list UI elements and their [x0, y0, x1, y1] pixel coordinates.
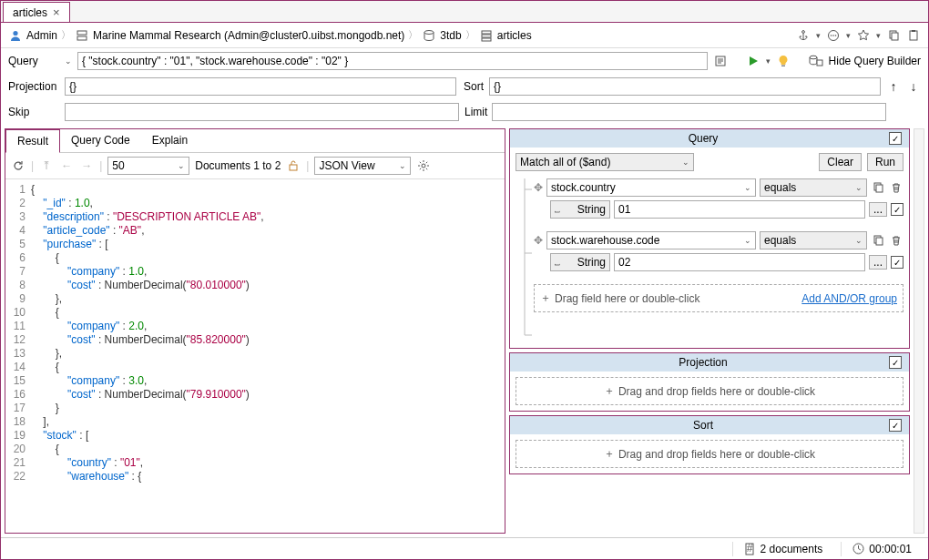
- svg-rect-13: [892, 33, 898, 40]
- skip-limit-row: Skip Limit: [1, 99, 928, 125]
- field-select[interactable]: stock.warehouse.code⌄: [546, 231, 756, 249]
- close-icon[interactable]: ×: [53, 5, 60, 19]
- collection-icon: [479, 28, 494, 43]
- ellipsis-icon[interactable]: [826, 28, 841, 43]
- svg-rect-4: [482, 31, 491, 34]
- hide-builder-button[interactable]: Hide Query Builder: [829, 55, 921, 67]
- run-dropdown-icon[interactable]: ▾: [766, 56, 771, 66]
- tab-query-code[interactable]: Query Code: [60, 129, 141, 152]
- sort-drop-label: Drag and drop fields here or double-clic…: [618, 448, 815, 461]
- value-picker-button[interactable]: ...: [869, 255, 887, 270]
- view-mode-select[interactable]: JSON View ⌄: [314, 157, 411, 175]
- duplicate-icon[interactable]: [871, 180, 885, 195]
- type-select[interactable]: ⎵String: [550, 253, 610, 271]
- page-size-value: 50: [112, 159, 124, 172]
- lock-icon[interactable]: [286, 158, 301, 173]
- field-select[interactable]: stock.country⌄: [546, 178, 756, 197]
- svg-rect-15: [912, 30, 915, 32]
- svg-rect-22: [817, 60, 822, 66]
- builder-query-title: Query: [517, 132, 889, 145]
- run-button[interactable]: Run: [867, 153, 903, 171]
- field-value: stock.country: [551, 181, 616, 194]
- hint-icon[interactable]: [776, 54, 791, 68]
- query-label: Query: [8, 55, 59, 67]
- next-page-icon[interactable]: →: [79, 158, 94, 173]
- builder-projection-title: Projection: [517, 356, 889, 369]
- svg-rect-26: [876, 185, 883, 192]
- copy-icon[interactable]: [886, 28, 901, 43]
- tab-result[interactable]: Result: [5, 129, 60, 153]
- breadcrumb-collection[interactable]: articles: [497, 29, 532, 42]
- first-page-icon[interactable]: ⤒: [39, 158, 54, 173]
- operator-select[interactable]: equals⌄: [760, 178, 867, 197]
- operator-select[interactable]: equals⌄: [760, 231, 867, 249]
- add-group-link[interactable]: Add AND/OR group: [801, 292, 897, 305]
- clock-icon: [851, 542, 865, 556]
- query-options-icon[interactable]: [713, 54, 728, 68]
- drag-field-label: Drag field here or double-click: [555, 292, 699, 305]
- sort-enabled-checkbox[interactable]: ✓: [889, 419, 902, 432]
- paste-icon[interactable]: [906, 28, 921, 43]
- svg-point-3: [424, 30, 434, 34]
- svg-point-11: [835, 35, 837, 36]
- prev-page-icon[interactable]: ←: [59, 158, 74, 173]
- document-tab-label: articles: [13, 6, 47, 19]
- condition-row: ✥ stock.warehouse.code⌄ equals⌄: [534, 231, 903, 249]
- operator-value: equals: [764, 234, 796, 247]
- sort-asc-icon[interactable]: ↑: [886, 79, 901, 94]
- document-tab[interactable]: articles ×: [3, 2, 70, 22]
- drag-field-target[interactable]: ＋ Drag field here or double-click Add AN…: [534, 284, 903, 312]
- builder-icon: [809, 54, 823, 68]
- projection-enabled-checkbox[interactable]: ✓: [889, 356, 902, 369]
- svg-rect-23: [290, 165, 297, 170]
- projection-drop-label: Drag and drop fields here or double-clic…: [618, 385, 815, 398]
- query-enabled-checkbox[interactable]: ✓: [889, 132, 902, 145]
- star-icon[interactable]: [856, 28, 871, 43]
- grip-icon[interactable]: ✥: [534, 181, 543, 194]
- sort-input[interactable]: [489, 77, 881, 96]
- match-mode-select[interactable]: Match all of ($and) ⌄: [516, 153, 694, 171]
- document-count-label: 2 documents: [761, 543, 823, 555]
- builder-sort-title: Sort: [517, 419, 889, 432]
- type-select[interactable]: ⎵String: [550, 200, 610, 219]
- breadcrumb-server[interactable]: Marine Mammal Research (Admin@cluster0.u…: [93, 29, 404, 42]
- svg-rect-1: [77, 31, 87, 35]
- query-dropdown-icon[interactable]: ⌄: [65, 56, 72, 66]
- projection-drop-target[interactable]: ＋ Drag and drop fields here or double-cl…: [516, 377, 903, 405]
- gear-icon[interactable]: [416, 158, 431, 173]
- anchor-icon[interactable]: [796, 28, 811, 43]
- page-size-select[interactable]: 50 ⌄: [107, 157, 189, 175]
- builder-projection-section: Projection ✓ ＋ Drag and drop fields here…: [509, 352, 910, 412]
- value-picker-button[interactable]: ...: [869, 202, 887, 217]
- value-input[interactable]: [614, 200, 865, 219]
- limit-input[interactable]: [492, 103, 886, 121]
- duplicate-icon[interactable]: [871, 233, 885, 248]
- tab-explain[interactable]: Explain: [141, 129, 199, 152]
- breadcrumb-user[interactable]: Admin: [26, 29, 57, 42]
- trash-icon[interactable]: [889, 233, 903, 248]
- plus-icon: ＋: [540, 290, 551, 306]
- condition-row: ✥ stock.country⌄ equals⌄: [534, 178, 903, 197]
- projection-sort-row: Projection Sort ↑ ↓: [1, 74, 928, 99]
- svg-rect-20: [781, 66, 785, 67]
- value-input[interactable]: [614, 253, 865, 271]
- type-value: String: [577, 203, 606, 216]
- trash-icon[interactable]: [889, 180, 903, 195]
- clear-button[interactable]: Clear: [819, 153, 862, 171]
- run-icon[interactable]: [746, 54, 761, 68]
- skip-input[interactable]: [65, 103, 459, 121]
- query-input[interactable]: [77, 52, 708, 70]
- condition-value-row: ⎵String ... ✓: [534, 200, 903, 219]
- projection-input[interactable]: [65, 77, 456, 96]
- refresh-icon[interactable]: [11, 158, 26, 173]
- sort-desc-icon[interactable]: ↓: [906, 79, 921, 94]
- right-scrollbar[interactable]: [914, 128, 924, 534]
- user-icon: [8, 28, 23, 43]
- sort-drop-target[interactable]: ＋ Drag and drop fields here or double-cl…: [516, 440, 903, 468]
- json-viewer[interactable]: 12345678910111213141516171819202122 { "_…: [5, 179, 505, 533]
- breadcrumb-database[interactable]: 3tdb: [440, 29, 461, 42]
- value-enabled-checkbox[interactable]: ✓: [891, 256, 903, 269]
- svg-point-21: [810, 56, 817, 59]
- value-enabled-checkbox[interactable]: ✓: [891, 203, 903, 216]
- grip-icon[interactable]: ✥: [534, 234, 543, 247]
